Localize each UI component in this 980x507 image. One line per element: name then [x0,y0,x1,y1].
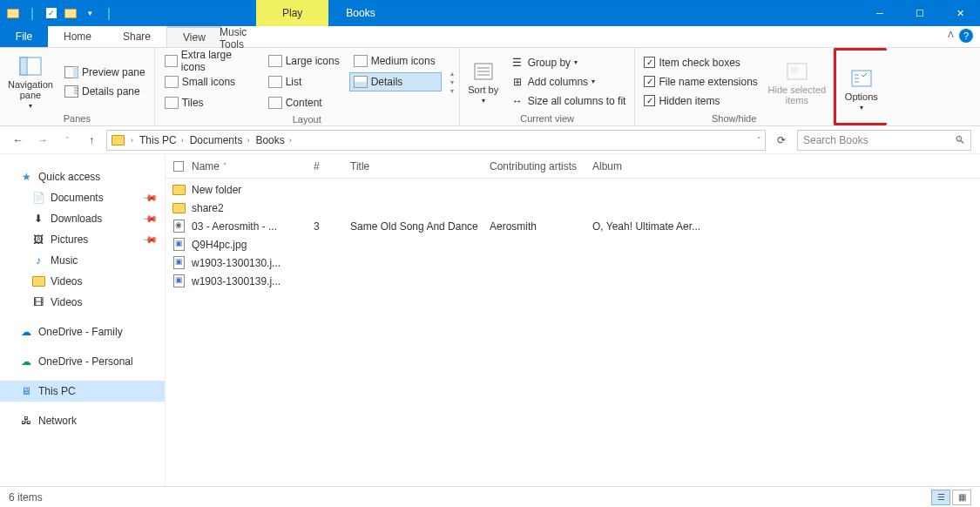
view-thumbnails-button[interactable]: ▦ [952,490,971,505]
sidebar-item-downloads[interactable]: ⬇Downloads📌 [0,208,165,229]
preview-pane-button[interactable]: Preview pane [61,63,149,82]
breadcrumb-item[interactable]: Books› [255,134,294,146]
layout-content[interactable]: Content [264,93,346,112]
size-columns-button[interactable]: ↔Size all columns to fit [507,91,630,111]
sidebar-this-pc[interactable]: 🖥This PC [0,381,165,402]
context-tab-play[interactable]: Play [256,0,328,26]
group-by-icon: ☰ [510,57,524,69]
ribbon-group-label: Current view [465,112,630,125]
ribbon-tabs: File Home Share View Music Tools ᐱ ? [0,26,980,48]
file-row[interactable]: share2 [166,199,980,217]
item-check-boxes-toggle[interactable]: ✓Item check boxes [640,53,760,72]
share-tab[interactable]: Share [107,26,166,47]
file-row[interactable]: w1903-1300139.j... [166,272,980,290]
chevron-right-icon[interactable]: › [131,136,133,145]
qat-folder-icon[interactable] [5,5,21,21]
breadcrumb-item[interactable]: This PC› [139,134,186,146]
close-button[interactable]: ✕ [940,0,980,26]
ribbon-group-label: Panes [5,112,149,125]
qat-overflow[interactable]: ▾ [82,5,98,21]
pin-icon: 📌 [141,189,158,206]
cell-name: share2 [192,202,314,214]
file-row[interactable]: New folder [166,180,980,199]
sidebar-item-videos[interactable]: Videos [0,271,165,292]
sort-asc-icon: ˄ [223,162,226,170]
add-columns-button[interactable]: ⊞Add columns ▾ [507,72,630,91]
svg-rect-3 [73,66,78,78]
add-columns-icon: ⊞ [510,76,524,88]
layout-large[interactable]: Large icons [264,51,346,71]
home-tab[interactable]: Home [48,26,107,47]
ribbon-collapse-icon[interactable]: ᐱ [948,30,954,39]
file-extensions-toggle[interactable]: ✓File name extensions [640,72,760,91]
cloud-icon: ☁ [19,355,33,368]
navigation-bar: ← → ˅ ↑ › This PC› Documents› Books› ˅ ⟳… [0,126,980,154]
qat-checkbox[interactable]: ✓ [44,5,59,21]
folder-icon [172,185,186,195]
sidebar-onedrive-personal[interactable]: ☁OneDrive - Personal [0,351,165,372]
search-icon: 🔍︎ [955,134,965,146]
layout-list[interactable]: List [264,72,346,91]
refresh-button[interactable]: ⟳ [771,130,792,151]
breadcrumb-item[interactable]: Documents› [190,134,253,146]
folder-icon [31,275,45,287]
sidebar-quick-access[interactable]: ★Quick access [0,166,165,187]
up-button[interactable]: ↑ [82,131,101,150]
column-header-album[interactable]: Album [592,160,980,172]
file-tab[interactable]: File [0,26,48,47]
view-details-button[interactable]: ☰ [931,490,950,505]
sidebar-onedrive-family[interactable]: ☁OneDrive - Family [0,321,165,342]
column-header-artist[interactable]: Contributing artists [490,160,592,172]
column-header-title[interactable]: Title [350,160,490,172]
sidebar-item-documents[interactable]: 📄Documents📌 [0,187,165,208]
sort-by-button[interactable]: Sort by▾ [465,51,502,112]
details-pane-button[interactable]: Details pane [61,82,149,101]
address-history-button[interactable]: ˅ [757,136,761,145]
maximize-button[interactable]: ☐ [900,0,940,26]
pc-icon: 🖥 [19,385,33,397]
options-button[interactable]: Options ▾ [841,54,882,123]
group-by-button[interactable]: ☰Group by ▾ [507,53,630,72]
recent-locations-button[interactable]: ˅ [57,131,77,150]
layout-small[interactable]: Small icons [160,72,260,91]
ribbon-group-panes: Navigation pane▾ Preview pane Details pa… [0,48,155,125]
hide-selected-button[interactable]: Hide selected items [767,51,828,112]
address-bar[interactable]: › This PC› Documents› Books› ˅ [106,130,766,151]
search-input[interactable]: Search Books 🔍︎ [797,130,971,151]
forward-button[interactable]: → [33,131,52,150]
select-all-checkbox[interactable] [166,161,192,172]
qat-separator: | [101,5,117,21]
layout-scroll[interactable]: ▴▾▾ [450,70,454,95]
layout-details[interactable]: Details [349,72,442,91]
window-title: Books [346,0,375,26]
help-button[interactable]: ? [959,29,973,43]
size-columns-icon: ↔ [510,95,524,107]
back-button[interactable]: ← [9,131,28,150]
sort-icon [471,60,496,83]
sidebar-network[interactable]: 🖧Network [0,410,165,431]
sidebar-item-music[interactable]: ♪Music [0,250,165,271]
music-tools-tab[interactable]: Music Tools [204,26,279,51]
column-header-num[interactable]: # [314,160,350,172]
hidden-items-toggle[interactable]: ✓Hidden items [640,91,760,111]
cell-name: Q9H4pc.jpg [192,239,314,251]
sidebar-item-videos[interactable]: 🎞Videos [0,292,165,313]
ribbon-group-layout: Extra large icons Large icons Medium ico… [155,48,460,125]
file-row[interactable]: Q9H4pc.jpg [166,235,980,254]
cell-name: w1903-1300139.j... [192,275,314,287]
preview-pane-label: Preview pane [82,66,145,78]
file-row[interactable]: 03 - Aerosmith - ...3Same Old Song And D… [166,217,980,235]
sidebar-item-pictures[interactable]: 🖼Pictures📌 [0,229,165,250]
cell-name: w1903-1300130.j... [192,257,314,269]
layout-extra-large[interactable]: Extra large icons [160,51,260,71]
layout-tiles[interactable]: Tiles [160,93,260,112]
layout-medium[interactable]: Medium icons [349,51,442,71]
qat-folder-icon[interactable] [63,5,78,21]
music-icon: ♪ [31,254,45,267]
column-header-name[interactable]: Name˄ [192,160,314,172]
file-row[interactable]: w1903-1300130.j... [166,254,980,272]
pictures-icon: 🖼 [31,233,45,246]
ribbon: Navigation pane▾ Preview pane Details pa… [0,48,980,126]
minimize-button[interactable]: ─ [860,0,900,26]
navigation-pane-button[interactable]: Navigation pane▾ [5,51,56,112]
